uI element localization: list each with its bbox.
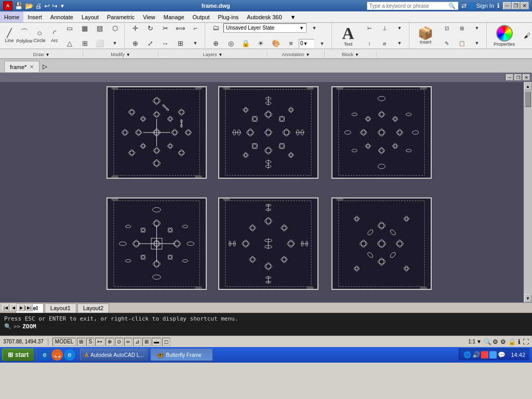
minimize-button[interactable]: ─ xyxy=(503,2,511,9)
quick-access-save[interactable]: 💾 xyxy=(15,2,23,10)
layer-btn3[interactable]: 🔒 xyxy=(238,36,253,51)
wipeout-button[interactable]: ⬜ xyxy=(92,36,107,50)
layout-nav-next[interactable]: ▶ xyxy=(18,304,25,311)
mirror-button[interactable]: ⟺ xyxy=(173,21,188,35)
layer-properties-button[interactable]: 🗂 xyxy=(208,21,223,35)
match-prop-button[interactable]: 🖌 xyxy=(520,29,532,43)
inner-minimize[interactable]: ─ xyxy=(506,74,513,81)
text-button[interactable]: A Text xyxy=(335,24,361,48)
scroll-thumb[interactable] xyxy=(525,91,531,107)
properties-button[interactable]: Properties xyxy=(490,24,518,48)
layer-state-button[interactable]: ▼ xyxy=(307,21,322,35)
taskbar-autocad[interactable]: A Autodesk AutoCAD L... xyxy=(80,349,149,361)
model-status[interactable]: MODEL xyxy=(52,338,76,346)
vertical-scrollbar[interactable]: ▲ ▼ xyxy=(524,82,532,302)
layer-num-arrow[interactable]: ▼ xyxy=(303,41,308,46)
quick-access-print[interactable]: 🖨 xyxy=(35,2,42,10)
taskbar-butterfly[interactable]: 🦋 Butterfly Frame xyxy=(151,349,213,361)
chat-icon[interactable]: 💬 xyxy=(498,351,506,358)
layer-btn5[interactable]: 🎨 xyxy=(269,36,283,51)
firefox-icon[interactable]: 🦊 xyxy=(51,349,63,361)
doc-tab-frame[interactable]: frame* ✕ xyxy=(4,61,39,72)
trim-button[interactable]: ✂ xyxy=(158,21,172,35)
info-icon[interactable]: ℹ xyxy=(497,2,500,9)
lweight-button[interactable]: ▬ xyxy=(152,338,161,346)
doc-tab-close[interactable]: ✕ xyxy=(30,64,34,70)
drawing-canvas[interactable] xyxy=(0,82,524,302)
layout-nav-prev[interactable]: ◀ xyxy=(10,304,17,311)
gradient-button[interactable]: ▧ xyxy=(92,21,107,35)
close-button[interactable]: ✕ xyxy=(521,2,529,9)
scroll-down-arrow[interactable]: ▼ xyxy=(524,294,531,302)
layout-nav-end[interactable]: ▶| xyxy=(25,304,33,311)
fullscreen-button[interactable]: ⛶ xyxy=(523,338,529,345)
network-icon[interactable]: 🌐 xyxy=(463,351,471,358)
toolbar-lock[interactable]: 🔒 xyxy=(508,338,516,345)
modify-section-arrow[interactable]: ▼ xyxy=(126,52,130,57)
layer-btn1[interactable]: ⊕ xyxy=(208,36,223,51)
start-button[interactable]: ⊞ start xyxy=(2,349,34,361)
rectangle-button[interactable]: ▭ xyxy=(62,21,77,35)
ortho-button[interactable]: ⊷ xyxy=(95,338,104,346)
modify-more-button[interactable]: ▼ xyxy=(188,36,203,50)
inner-close[interactable]: ✕ xyxy=(523,74,530,81)
line-button[interactable]: ╱ Line xyxy=(2,24,17,47)
quick-access-open[interactable]: 📂 xyxy=(25,2,33,10)
keyword-search[interactable] xyxy=(369,3,447,9)
block-btn5[interactable]: ▼ xyxy=(470,36,484,50)
circle-button[interactable]: ○ Circle xyxy=(32,24,47,47)
inner-restore[interactable]: ❐ xyxy=(514,74,522,81)
anno-btn2[interactable]: ⚙ xyxy=(493,338,498,345)
ann-btn1[interactable]: ↕ xyxy=(362,36,377,50)
quick-access-more[interactable]: ▼ xyxy=(60,3,65,9)
antivirus-icon[interactable] xyxy=(481,351,488,358)
polar-button[interactable]: ⊕ xyxy=(105,338,114,346)
layer-btn4[interactable]: ☀ xyxy=(254,36,268,51)
dim-linear-button[interactable]: ⊢ xyxy=(362,21,377,35)
ie2-icon[interactable]: e xyxy=(64,349,75,361)
layers-section-arrow[interactable]: ▼ xyxy=(219,52,223,57)
block-more-button[interactable]: ▼ xyxy=(470,21,484,35)
new-tab-button[interactable]: ▷ xyxy=(39,61,50,72)
block-btn4[interactable]: 📋 xyxy=(455,36,469,50)
tmodel-button[interactable]: ◻ xyxy=(162,338,170,346)
grid-button[interactable]: ⊞ xyxy=(77,338,85,346)
canvas-area[interactable]: ─ ❐ ✕ xyxy=(0,73,532,302)
osnap-button[interactable]: ⊙ xyxy=(115,338,123,346)
annotation-more-button[interactable]: ▼ xyxy=(392,21,407,35)
move-button[interactable]: ✛ xyxy=(128,21,142,35)
layer-btn6[interactable]: ≡ xyxy=(284,36,298,51)
block-section-arrow[interactable]: ▼ xyxy=(355,52,359,57)
ducs-button[interactable]: ⊿ xyxy=(133,338,141,346)
layout-tab-layout1[interactable]: Layout1 xyxy=(45,303,76,313)
copy-button[interactable]: ⊕ xyxy=(128,36,142,50)
command-area[interactable]: Press ESC or ENTER to exit, or right-cli… xyxy=(0,313,532,336)
table-button[interactable]: ⊞ xyxy=(77,36,92,50)
dyn-button[interactable]: ⊞ xyxy=(142,338,151,346)
layer-more-button[interactable]: ▼ xyxy=(315,36,329,51)
restore-button[interactable]: ❐ xyxy=(512,2,520,9)
snap-button[interactable]: S xyxy=(86,338,94,346)
command-input[interactable]: ZOOM xyxy=(22,323,36,330)
annotation-section-arrow[interactable]: ▼ xyxy=(306,52,310,57)
update-icon[interactable] xyxy=(489,351,497,358)
boundary-button[interactable]: ⬡ xyxy=(108,21,122,35)
array-button[interactable]: ⊞ xyxy=(173,36,188,50)
help-button[interactable]: ℹ xyxy=(518,338,521,345)
polyline-button[interactable]: ⌒ Polyline xyxy=(17,24,32,47)
layout-tab-layout2[interactable]: Layout2 xyxy=(77,303,109,313)
workspace-button[interactable]: ⚙ xyxy=(500,338,506,345)
quick-access-redo[interactable]: ↪ xyxy=(52,2,58,10)
layer-dropdown-arrow[interactable]: ▼ xyxy=(299,25,304,31)
hatch-button[interactable]: ▦ xyxy=(77,21,92,35)
draw-more-button[interactable]: ▼ xyxy=(108,36,122,50)
region-button[interactable]: △ xyxy=(62,36,77,50)
insert-button[interactable]: 📦 Insert xyxy=(413,24,438,48)
extend-button[interactable]: ↔ xyxy=(158,36,172,50)
sign-in[interactable]: Sign In xyxy=(476,3,494,9)
ann-btn3[interactable]: ▼ xyxy=(392,36,407,50)
ie-icon[interactable]: e xyxy=(39,349,50,361)
block-btn2[interactable]: ⊞ xyxy=(455,21,469,35)
quick-access-undo[interactable]: ↩ xyxy=(44,2,50,10)
scale-button[interactable]: ⤢ xyxy=(143,36,157,50)
